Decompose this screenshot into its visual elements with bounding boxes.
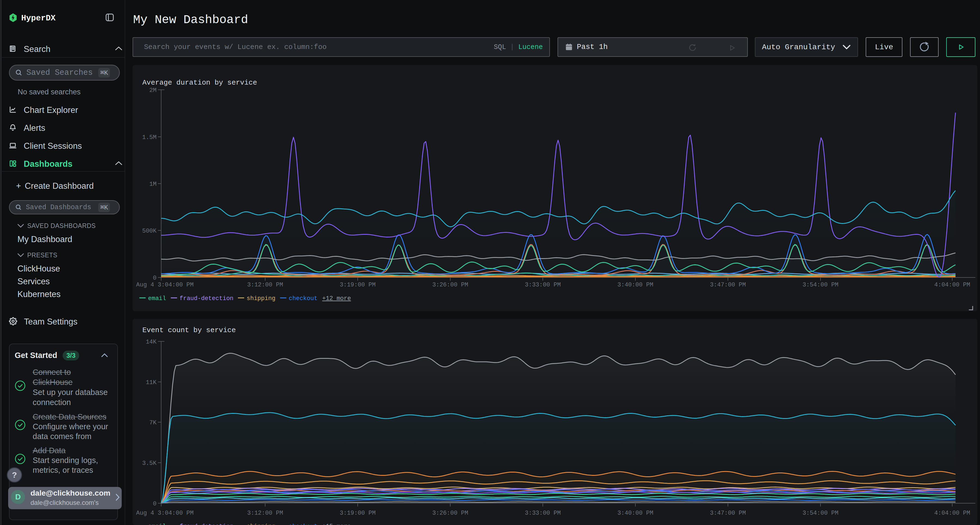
svg-text:0: 0 [153, 501, 156, 507]
svg-text:3:54:00 PM: 3:54:00 PM [802, 282, 838, 288]
svg-text:500K: 500K [142, 228, 157, 235]
svg-text:3:40:00 PM: 3:40:00 PM [617, 282, 653, 288]
svg-text:Aug 4 3:04:00 PM: Aug 4 3:04:00 PM [136, 282, 194, 288]
svg-text:shipping: shipping [247, 295, 275, 302]
svg-text:fraud-detection: fraud-detection [180, 295, 234, 302]
svg-text:2M: 2M [150, 87, 156, 94]
svg-text:+12 more: +12 more [322, 295, 351, 302]
svg-text:checkout: checkout [289, 523, 318, 525]
svg-text:Average duration by service: Average duration by service [142, 79, 257, 87]
svg-text:+15 more: +15 more [322, 523, 351, 525]
svg-text:11K: 11K [146, 379, 156, 386]
svg-text:3:33:00 PM: 3:33:00 PM [525, 282, 561, 288]
svg-text:Aug 4 3:04:00 PM: Aug 4 3:04:00 PM [136, 510, 194, 517]
svg-text:3:26:00 PM: 3:26:00 PM [432, 510, 468, 517]
svg-text:3:19:00 PM: 3:19:00 PM [340, 282, 375, 288]
svg-text:7K: 7K [150, 419, 157, 426]
svg-text:3:47:00 PM: 3:47:00 PM [710, 282, 746, 288]
svg-text:3:33:00 PM: 3:33:00 PM [525, 510, 561, 517]
svg-text:fraud-detection: fraud-detection [180, 523, 234, 525]
svg-text:4:04:00 PM: 4:04:00 PM [934, 282, 970, 288]
svg-text:Event count by service: Event count by service [142, 326, 236, 334]
svg-text:3:19:00 PM: 3:19:00 PM [340, 510, 375, 517]
svg-text:3:12:00 PM: 3:12:00 PM [247, 510, 283, 517]
svg-text:email: email [148, 295, 166, 302]
svg-text:3:12:00 PM: 3:12:00 PM [247, 282, 283, 288]
svg-text:14K: 14K [146, 339, 156, 346]
svg-text:checkout: checkout [289, 295, 318, 302]
svg-text:4:04:00 PM: 4:04:00 PM [934, 510, 970, 517]
svg-text:3:54:00 PM: 3:54:00 PM [802, 510, 838, 517]
svg-text:3.5K: 3.5K [142, 460, 157, 467]
svg-text:email: email [148, 523, 166, 525]
svg-text:1M: 1M [150, 181, 156, 188]
svg-text:3:47:00 PM: 3:47:00 PM [710, 510, 746, 517]
svg-text:0: 0 [153, 275, 156, 282]
svg-text:3:26:00 PM: 3:26:00 PM [432, 282, 468, 288]
svg-text:shipping: shipping [247, 523, 275, 525]
svg-text:1.5M: 1.5M [142, 134, 156, 141]
svg-text:3:40:00 PM: 3:40:00 PM [617, 510, 653, 517]
